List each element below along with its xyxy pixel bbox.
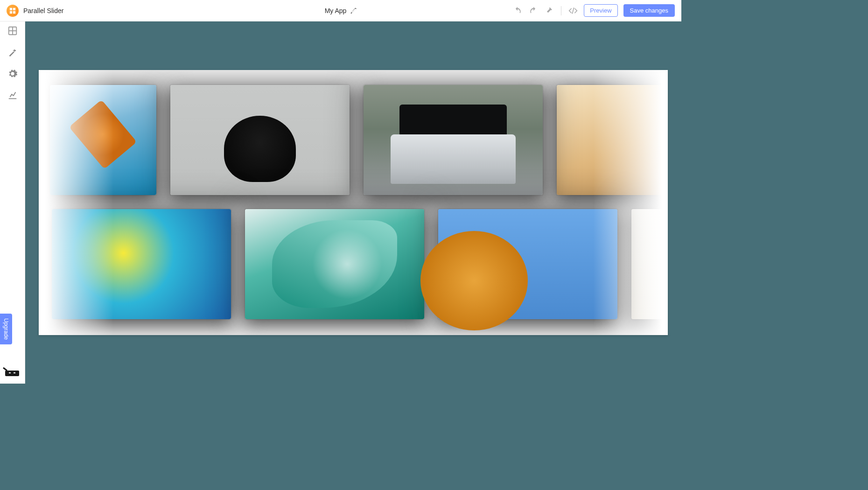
parallel-slider-widget[interactable]: [39, 70, 668, 335]
slider-tile[interactable]: [631, 209, 668, 319]
code-icon[interactable]: [568, 6, 578, 16]
slider-tile[interactable]: [50, 85, 156, 195]
topbar: Parallel Slider My App Preview Save chan…: [0, 0, 681, 21]
slider-tile[interactable]: [557, 85, 668, 195]
canvas[interactable]: [25, 21, 681, 384]
undo-icon[interactable]: [512, 6, 523, 16]
slider-row-2: [39, 209, 668, 319]
svg-rect-8: [9, 372, 11, 373]
chart-icon[interactable]: [7, 90, 18, 101]
save-changes-button[interactable]: Save changes: [623, 4, 675, 17]
hammer-icon[interactable]: [544, 6, 554, 16]
slider-row-1: [39, 85, 668, 195]
preview-button[interactable]: Preview: [584, 4, 617, 17]
topbar-center: My App: [325, 7, 357, 14]
app-logo-icon[interactable]: [7, 5, 19, 17]
svg-rect-0: [10, 7, 12, 10]
widget-name: Parallel Slider: [23, 7, 63, 14]
svg-rect-3: [13, 11, 15, 13]
slider-tile[interactable]: [438, 209, 617, 319]
divider: [561, 6, 561, 15]
redo-icon[interactable]: [528, 6, 539, 16]
app-title[interactable]: My App: [325, 7, 347, 14]
svg-rect-2: [10, 11, 12, 13]
gear-icon[interactable]: [7, 68, 18, 79]
svg-rect-1: [13, 7, 15, 10]
wand-icon[interactable]: [7, 47, 18, 58]
mascot-icon[interactable]: [2, 367, 21, 377]
grid-icon[interactable]: [7, 25, 18, 36]
slider-tile[interactable]: [245, 209, 424, 319]
svg-rect-9: [14, 372, 15, 373]
slider-tile[interactable]: [170, 85, 350, 195]
topbar-left: Parallel Slider: [7, 5, 63, 17]
upgrade-tab[interactable]: Upgrade: [0, 314, 12, 344]
slider-tile[interactable]: [364, 85, 543, 195]
svg-rect-7: [5, 371, 19, 376]
slider-tile[interactable]: [52, 209, 231, 319]
topbar-right: Preview Save changes: [512, 4, 675, 17]
pencil-icon[interactable]: [350, 7, 357, 14]
